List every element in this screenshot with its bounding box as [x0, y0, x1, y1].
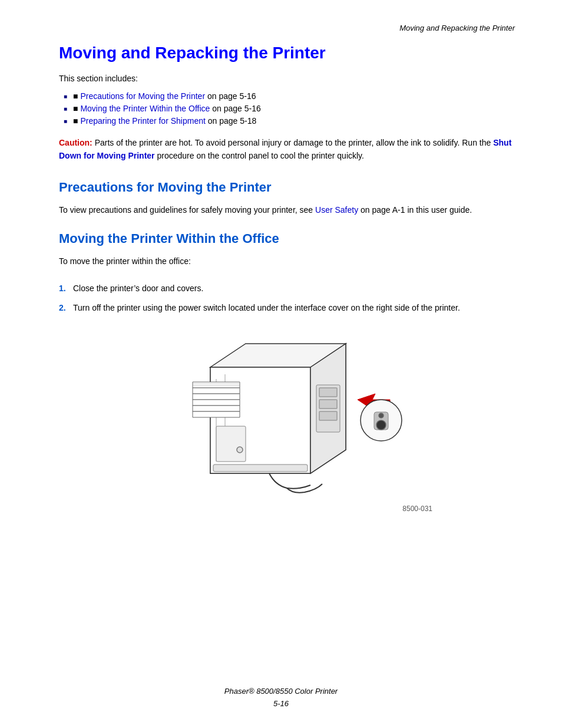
list-item-content: Precautions for Moving the Printer on pa…	[80, 91, 256, 101]
section-moving: Moving the Printer Within the Office To …	[59, 231, 515, 513]
page-footer: Phaser® 8500/8550 Color Printer 5-16	[0, 686, 562, 710]
footer-line2: 5-16	[0, 698, 562, 710]
toc-list: ■ Precautions for Moving the Printer on …	[59, 91, 515, 126]
step-1-text: Close the printer’s door and covers.	[73, 282, 203, 295]
section2-title: Moving the Printer Within the Office	[59, 231, 515, 246]
svg-point-14	[376, 420, 386, 430]
intro-text: This section includes:	[59, 74, 515, 83]
footer-line1: Phaser® 8500/8550 Color Printer	[0, 686, 562, 698]
step-2-text: Turn off the printer using the power swi…	[73, 301, 460, 314]
step-2: 2. Turn off the printer using the power …	[59, 301, 515, 314]
list-item-content: Preparing the Printer for Shipment on pa…	[80, 116, 256, 126]
bullet-icon: ■	[73, 91, 80, 101]
main-title: Moving and Repacking the Printer	[59, 43, 515, 63]
section1-text-after: on page A-1 in this user guide.	[358, 205, 472, 215]
svg-rect-10	[213, 465, 308, 472]
printer-svg-container	[163, 332, 411, 499]
caution-block: Caution: Parts of the printer are hot. T…	[59, 136, 515, 163]
list-item: ■ Preparing the Printer for Shipment on …	[64, 116, 515, 126]
list-item: ■ Precautions for Moving the Printer on …	[64, 91, 515, 101]
figure-caption: 8500-031	[59, 505, 515, 513]
link-moving[interactable]: Moving the Printer Within the Office	[80, 104, 210, 113]
section-precautions: Precautions for Moving the Printer To vi…	[59, 180, 515, 216]
printer-illustration	[59, 332, 515, 499]
link-precautions[interactable]: Precautions for Moving the Printer	[80, 91, 205, 101]
svg-point-15	[379, 413, 384, 418]
caution-text-before: Parts of the printer are hot. To avoid p…	[92, 138, 493, 147]
svg-point-5	[237, 447, 243, 453]
list-item: ■ Moving the Printer Within the Office o…	[64, 104, 515, 113]
steps-list: 1. Close the printer’s door and covers. …	[59, 282, 515, 314]
caution-text-after: procedure on the control panel to cool t…	[155, 151, 364, 160]
section1-text: To view precautions and guidelines for s…	[59, 203, 515, 216]
section1-text-before: To view precautions and guidelines for s…	[59, 205, 315, 215]
step-number-2: 2.	[59, 301, 73, 314]
step-number-1: 1.	[59, 282, 73, 295]
list-item-content: Moving the Printer Within the Office on …	[80, 104, 260, 113]
caution-label: Caution:	[59, 138, 92, 147]
figure-id: 8500-031	[402, 505, 432, 513]
link-page-ref-2: on page 5-18	[206, 116, 256, 126]
section1-link[interactable]: User Safety	[315, 205, 358, 215]
link-preparing[interactable]: Preparing the Printer for Shipment	[80, 116, 205, 126]
section1-title: Precautions for Moving the Printer	[59, 180, 515, 195]
page: Moving and Repacking the Printer Moving …	[0, 0, 562, 728]
svg-rect-4	[216, 426, 246, 462]
svg-rect-9	[319, 411, 337, 420]
svg-rect-7	[319, 388, 337, 397]
bullet-icon: ■	[73, 104, 80, 113]
printer-diagram-svg	[163, 332, 411, 497]
link-page-ref-0: on page 5-16	[205, 91, 256, 101]
header-text: Moving and Repacking the Printer	[399, 24, 515, 32]
bullet-icon: ■	[73, 116, 80, 126]
link-page-ref-1: on page 5-16	[210, 104, 260, 113]
svg-rect-8	[319, 400, 337, 409]
section2-intro: To move the printer within the office:	[59, 255, 515, 268]
page-header: Moving and Repacking the Printer	[59, 24, 515, 32]
step-1: 1. Close the printer’s door and covers.	[59, 282, 515, 295]
